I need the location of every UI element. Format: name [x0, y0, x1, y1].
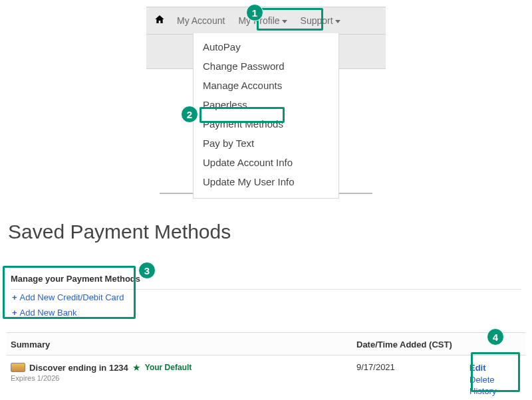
top-nav-wrap: 1 My Account My Profile Support 2 AutoPa… [146, 7, 386, 194]
dropdown-item-autopay[interactable]: AutoPay [194, 37, 338, 56]
add-card-label: Add New Credit/Debit Card [20, 292, 124, 302]
add-credit-debit-link[interactable]: +Add New Credit/Debit Card [11, 290, 521, 305]
plus-icon: + [12, 308, 17, 318]
table-row: Discover ending in 1234 ★ Your Default E… [7, 355, 525, 400]
nav-my-account[interactable]: My Account [170, 7, 231, 35]
my-profile-dropdown: AutoPay Change Password Manage Accounts … [193, 33, 339, 199]
star-icon: ★ [132, 362, 141, 373]
dropdown-item-change-password[interactable]: Change Password [194, 56, 338, 76]
card-expires: Expires 1/2026 [11, 374, 356, 382]
callout-badge-2: 2 [181, 106, 198, 123]
action-edit[interactable]: Edit [469, 362, 521, 374]
nav-my-account-label: My Account [177, 15, 225, 26]
callout-badge-1: 1 [246, 4, 263, 21]
dropdown-item-pay-by-text[interactable]: Pay by Text [194, 134, 338, 153]
callout-badge-3: 3 [138, 262, 156, 279]
manage-heading: Manage your Payment Methods [11, 274, 521, 284]
add-bank-label: Add New Bank [20, 308, 77, 318]
card-date-added: 9/17/2021 [356, 362, 469, 397]
action-delete[interactable]: Delete [469, 374, 521, 386]
dropdown-item-manage-accounts[interactable]: Manage Accounts [194, 76, 338, 95]
caret-down-icon [282, 20, 287, 23]
col-header-summary: Summary [11, 340, 356, 350]
add-bank-link[interactable]: +Add New Bank [11, 305, 521, 320]
manage-payment-methods-block: Manage your Payment Methods +Add New Cre… [7, 270, 525, 326]
caret-down-icon [335, 20, 340, 23]
card-summary-label: Discover ending in 1234 [29, 363, 128, 373]
col-header-date: Date/Time Added (CST) [356, 340, 469, 350]
plus-icon: + [12, 292, 17, 302]
action-history[interactable]: History [469, 385, 521, 397]
nav-support-label: Support [301, 15, 333, 26]
dropdown-item-update-account-info[interactable]: Update Account Info [194, 153, 338, 172]
page-title: Saved Payment Methods [8, 221, 524, 243]
callout-badge-4: 4 [487, 328, 504, 346]
dropdown-item-payment-methods[interactable]: Payment Methods [194, 114, 338, 134]
navbar: My Account My Profile Support [146, 7, 386, 35]
home-icon[interactable] [153, 7, 170, 35]
table-header: Summary Date/Time Added (CST) [7, 332, 525, 355]
payment-methods-table: 4 Summary Date/Time Added (CST) Discover… [7, 332, 525, 400]
default-badge: Your Default [145, 363, 192, 372]
card-brand-icon [11, 363, 25, 372]
dropdown-item-paperless[interactable]: Paperless [194, 95, 338, 114]
nav-support[interactable]: Support [294, 7, 347, 35]
dropdown-item-update-my-user-info[interactable]: Update My User Info [194, 172, 338, 191]
